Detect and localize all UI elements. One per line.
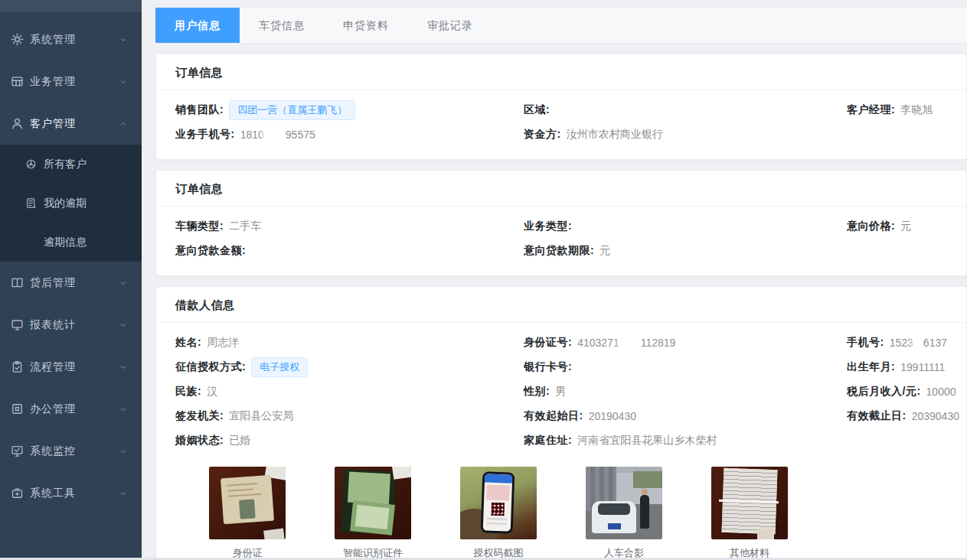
card-借款人信息: 借款人信息姓名:周志洋身份证号:4103271112819手机号:1523613… [155,286,967,560]
field-value: 周志洋 [207,336,239,350]
card-title: 订单信息 [156,171,966,207]
sidebar-subitem-label: 所有客户 [44,158,87,171]
field-label: 意向贷款期限: [524,244,594,258]
sidebar-item-办公管理[interactable]: 办公管理 [0,388,142,430]
sidebar-item-我的逾期[interactable]: 我的逾期 [0,184,142,223]
sidebar-item-逾期信息[interactable]: 逾期信息 [0,223,142,262]
field-value: 宜阳县公安局 [229,409,293,423]
chevron-down-icon [119,363,128,372]
monitor-check-icon [11,444,24,457]
sidebar-item-报表统计[interactable]: 报表统计 [0,304,142,346]
field-row: 签发机关:宜阳县公安局有效起始日:20190430有效截止日:20390430 [175,404,947,428]
field-label: 手机号: [847,336,884,350]
field: 业务类型: [524,220,847,233]
tab-bar: 用户信息车贷信息申贷资料审批记录 [155,8,967,44]
field-label: 出生年月: [847,360,895,374]
field-value: 10000 [926,386,956,398]
toolbox-icon [11,487,24,500]
sidebar-item-label: 贷后管理 [30,276,119,290]
field-label: 有效起始日: [524,409,583,423]
redaction-blur [914,337,923,349]
sidebar-item-label: 系统工具 [30,487,119,500]
sidebar-item-系统监控[interactable]: 系统监控 [0,430,142,472]
field-label: 家庭住址: [524,434,572,448]
monitor-icon [11,318,24,331]
sidebar-subitem-label: 逾期信息 [44,236,87,249]
field-label: 业务类型: [524,220,572,233]
sidebar-item-label: 系统管理 [30,33,119,47]
field-row: 姓名:周志洋身份证号:4103271112819手机号:15236137 [175,330,947,355]
sidebar-item-系统工具[interactable]: 系统工具 [0,472,142,514]
grid-icon [11,75,24,88]
sidebar-item-label: 客户管理 [30,117,119,131]
tab-用户信息[interactable]: 用户信息 [155,8,240,43]
field-value: 汉 [207,385,217,399]
field: 出生年月:19911111 [847,360,947,374]
sidebar-item-label: 业务管理 [30,75,119,89]
field: 资金方:汝州市农村商业银行 [524,128,847,142]
field-value: 1810 [240,129,264,141]
field: 家庭住址:河南省宜阳县花果山乡木柴村 [524,434,847,448]
sidebar-item-业务管理[interactable]: 业务管理 [0,60,142,103]
field-label: 客户经理: [847,103,895,117]
qr-auth-photo[interactable]: 授权码截图 [460,467,537,560]
photo-row: 身份证智能识别证件授权码截图人车合影其他材料 [175,453,947,560]
field: 税后月收入/元:10000 [847,385,947,399]
qr-auth-photo-thumbnail [460,467,537,539]
field-value: 河南省宜阳县花果山乡木柴村 [577,434,717,448]
field-value: 20190430 [589,410,636,422]
field-value: 男 [555,385,566,399]
clipboard-icon [11,360,24,373]
sidebar-item-label: 流程管理 [30,360,119,374]
tab-申贷资料[interactable]: 申贷资料 [324,8,408,43]
field-label: 婚姻状态: [175,434,224,448]
tag-value[interactable]: 四团一营（直属王鹏飞） [229,100,355,120]
app-window: 系统管理业务管理客户管理所有客户我的逾期逾期信息贷后管理报表统计流程管理办公管理… [0,0,967,560]
field-row: 婚姻状态:已婚家庭住址:河南省宜阳县花果山乡木柴村 [175,428,947,453]
green-booklet-photo[interactable]: 智能识别证件 [335,467,411,560]
sidebar-item-贷后管理[interactable]: 贷后管理 [0,262,142,304]
field-value: 20390430 [912,410,959,422]
green-booklet-photo-thumbnail [335,467,411,539]
field-row: 征信授权方式:电子授权银行卡号:出生年月:19911111 [175,355,947,379]
user-icon [11,117,24,130]
chevron-up-icon [119,119,128,129]
field: 客户经理:李晓旭 [847,103,947,117]
paper-doc-photo[interactable]: 其他材料 [711,467,788,560]
field-label: 资金方: [524,128,561,142]
field-label: 民族: [175,385,201,399]
field-label: 有效截止日: [847,409,907,423]
field: 区域: [524,103,847,117]
field-label: 姓名: [175,336,201,350]
field-value: 6137 [923,337,947,349]
sidebar-submenu: 所有客户我的逾期逾期信息 [0,145,142,262]
card-订单信息: 订单信息车辆类型:二手车业务类型:意向价格:元意向贷款金额:意向贷款期限:元 [155,170,967,276]
square-icon [11,402,24,415]
car-person-photo[interactable]: 人车合影 [586,467,662,560]
sidebar-item-客户管理[interactable]: 客户管理 [0,103,142,145]
tag-value[interactable]: 电子授权 [251,357,308,377]
field-row: 业务手机号:181095575资金方:汝州市农村商业银行 [175,122,947,147]
field-row: 车辆类型:二手车业务类型:意向价格:元 [175,214,947,239]
tab-车贷信息[interactable]: 车贷信息 [240,8,324,43]
field: 意向贷款期限:元 [524,244,847,258]
field-label: 车辆类型: [175,220,224,233]
field: 身份证号:4103271112819 [524,336,847,350]
sidebar-item-系统管理[interactable]: 系统管理 [0,18,142,60]
field-value: 汝州市农村商业银行 [567,128,663,142]
chevron-down-icon [119,447,128,456]
field: 销售团队:四团一营（直属王鹏飞） [175,100,524,120]
wheel-icon [25,158,37,170]
gear-icon [11,33,24,46]
sidebar-item-所有客户[interactable]: 所有客户 [0,145,142,184]
id-card-photo-thumbnail [209,467,286,539]
card-title: 订单信息 [156,54,966,90]
sidebar-item-流程管理[interactable]: 流程管理 [0,346,142,388]
tab-审批记录[interactable]: 审批记录 [408,8,492,43]
field: 业务手机号:181095575 [175,128,524,142]
field-label: 签发机关: [175,409,224,423]
id-card-photo[interactable]: 身份证 [209,467,286,560]
field-label: 税后月收入/元: [847,385,921,399]
sidebar-item-label: 办公管理 [30,402,119,416]
field: 性别:男 [524,385,847,399]
